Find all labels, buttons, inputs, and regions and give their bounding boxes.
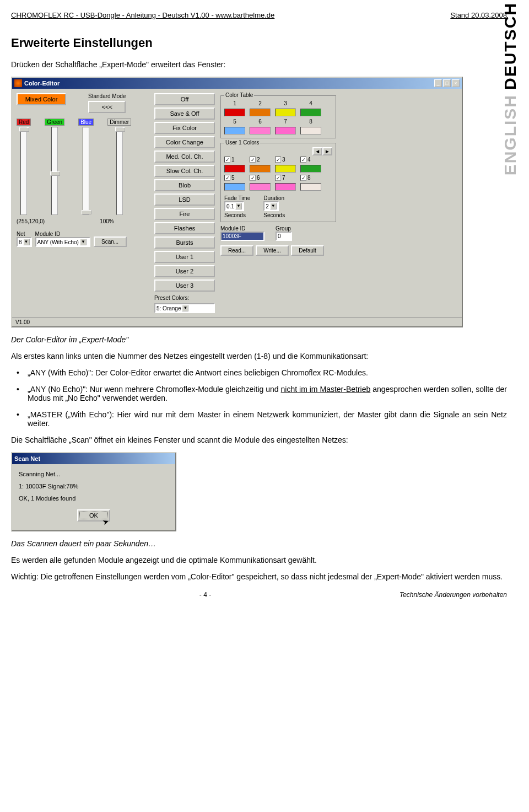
caption-2: Das Scannen dauert ein paar Sekunden… <box>11 539 507 548</box>
prog-lsd[interactable]: LSD <box>154 193 215 206</box>
ct-swatch-8[interactable] <box>300 127 321 135</box>
prog-off[interactable]: Off <box>154 93 215 105</box>
dimmer-value: 100% <box>100 218 114 224</box>
duration-select[interactable]: 2▼ <box>263 201 279 211</box>
dimmer-label: Dimmer <box>107 119 131 126</box>
color-table-group: Color Table 1234 5678 <box>220 95 336 138</box>
green-label: Green <box>45 119 64 126</box>
ct-swatch-6[interactable] <box>250 127 271 135</box>
u1-swatch-8[interactable] <box>300 183 321 191</box>
ct-swatch-3[interactable] <box>275 109 296 116</box>
prog-fire[interactable]: Fire <box>154 208 215 220</box>
u1-cb-3[interactable]: ✓ <box>275 157 281 163</box>
user1-colors-group: User 1 Colors ◄► ✓1 ✓2 ✓3 ✓4 ✓5 ✓6 ✓7 ✓8 <box>220 143 336 222</box>
preset-label: Preset Colors: <box>154 295 215 301</box>
prog-save-off[interactable]: Save & Off <box>154 107 215 120</box>
ct-swatch-1[interactable] <box>224 109 245 116</box>
prog-color-change[interactable]: Color Change <box>154 136 215 148</box>
minimize-button[interactable]: _ <box>434 79 442 87</box>
lang-english: ENGLISH <box>501 94 520 175</box>
net-select[interactable]: 8▼ <box>17 237 32 247</box>
section-heading: Erweiterte Einstellungen <box>11 36 507 50</box>
u1-swatch-5[interactable] <box>224 183 245 191</box>
u1-swatch-2[interactable] <box>250 165 271 173</box>
caption-1: Der Color-Editor im „Expert-Mode" <box>11 335 507 344</box>
ct-swatch-4[interactable] <box>300 109 321 116</box>
blue-slider[interactable] <box>83 127 89 215</box>
fade-select[interactable]: 0.1▼ <box>224 201 244 211</box>
para-1: Als erstes kann links unten die Nummer d… <box>11 352 507 361</box>
u1-cb-8[interactable]: ✓ <box>300 175 306 181</box>
language-sidebar: DEUTSCH ENGLISH <box>496 0 525 178</box>
prog-user3[interactable]: User 3 <box>154 279 215 292</box>
maximize-button[interactable]: □ <box>443 79 451 87</box>
u1-cb-6[interactable]: ✓ <box>250 175 256 181</box>
prog-blob[interactable]: Blob <box>154 179 215 191</box>
scan-button[interactable]: Scan... <box>94 236 127 247</box>
blue-label: Blue <box>78 119 94 126</box>
group-field[interactable]: 0 <box>276 232 292 241</box>
prog-flashes[interactable]: Flashes <box>154 222 215 234</box>
app-icon <box>14 79 22 87</box>
scan-line-3: OK, 1 Modules found <box>19 495 169 502</box>
bullet-1: „ANY (With Echo)": Der Color-Editor erwa… <box>11 368 507 377</box>
module-id-select[interactable]: ANY (With Echo)▼ <box>35 237 90 247</box>
scan-line-2: 1: 10003F Signal:78% <box>19 483 169 490</box>
u1-swatch-3[interactable] <box>275 165 296 173</box>
cursor-icon: ➤ <box>101 516 111 526</box>
u1-swatch-1[interactable] <box>224 165 245 173</box>
u1-swatch-4[interactable] <box>300 165 321 173</box>
standard-mode-button[interactable]: <<< <box>88 101 126 113</box>
prog-bursts[interactable]: Bursts <box>154 236 215 249</box>
status-bar: V1.00 <box>12 318 462 326</box>
scan-window: Scan Net Scanning Net... 1: 10003F Signa… <box>11 452 176 531</box>
page: CHROMOFLEX RC - USB-Dongle - Anleitung -… <box>0 0 529 610</box>
bullet-2: „ANY (No Echo)": Nur wenn mehrere Chromo… <box>11 385 507 402</box>
red-label: Red <box>17 119 31 126</box>
bullet-3: „MASTER („With Echo"): Hier wird nur mit… <box>11 410 507 428</box>
u1-swatch-6[interactable] <box>250 183 271 191</box>
dimmer-slider[interactable] <box>116 127 123 215</box>
lang-deutsch: DEUTSCH <box>501 2 520 90</box>
u1-cb-5[interactable]: ✓ <box>224 175 230 181</box>
header-left: CHROMOFLEX RC - USB-Dongle - Anleitung -… <box>11 11 274 19</box>
scan-titlebar[interactable]: Scan Net <box>12 453 175 464</box>
page-footer: - 4 - Technische Änderungen vorbehalten <box>11 591 507 599</box>
user-prev[interactable]: ◄ <box>312 147 322 155</box>
read-button[interactable]: Read... <box>220 245 253 256</box>
ct-swatch-2[interactable] <box>250 109 271 116</box>
u1-cb-4[interactable]: ✓ <box>300 157 306 163</box>
green-slider[interactable] <box>51 127 58 215</box>
para-3: Es werden alle gefunden Module angezeigt… <box>11 556 507 564</box>
prog-user1[interactable]: User 1 <box>154 251 215 263</box>
module-id-field[interactable]: 10003F <box>220 232 264 241</box>
ct-swatch-7[interactable] <box>275 127 296 135</box>
write-button[interactable]: Write... <box>256 245 289 256</box>
para-4: Wichtig: Die getroffenen Einstellungen w… <box>11 572 507 581</box>
u1-cb-7[interactable]: ✓ <box>275 175 281 181</box>
window-title: Color-Editor <box>24 80 434 87</box>
scan-line-1: Scanning Net... <box>19 471 169 477</box>
u1-cb-2[interactable]: ✓ <box>250 157 256 163</box>
intro-text: Drücken der Schaltfläche „Expert-Mode" e… <box>11 60 507 69</box>
red-slider[interactable] <box>20 127 27 215</box>
prog-user2[interactable]: User 2 <box>154 265 215 277</box>
net-label: Net <box>17 231 32 237</box>
u1-swatch-7[interactable] <box>275 183 296 191</box>
titlebar[interactable]: Color-Editor _ □ × <box>12 78 462 89</box>
u1-cb-1[interactable]: ✓ <box>224 157 230 163</box>
default-button[interactable]: Default <box>291 245 324 256</box>
preset-select[interactable]: 5: Orange▼ <box>154 303 215 313</box>
close-button[interactable]: × <box>452 79 460 87</box>
prog-slow-col[interactable]: Slow Col. Ch. <box>154 165 215 177</box>
user-next[interactable]: ► <box>322 147 332 155</box>
ct-swatch-5[interactable] <box>224 127 245 135</box>
color-editor-window: Color-Editor _ □ × Mixed Color Standard … <box>11 77 463 327</box>
mixed-color-button[interactable]: Mixed Color <box>17 93 66 105</box>
scan-ok-button[interactable]: OK➤ <box>77 509 110 521</box>
module-id-label: Module ID <box>35 231 90 237</box>
para-2: Die Schaltfläche „Scan" öffnet ein klein… <box>11 435 507 444</box>
standard-mode-label: Standard Mode <box>88 93 126 99</box>
prog-med-col[interactable]: Med. Col. Ch. <box>154 150 215 163</box>
prog-fix-color[interactable]: Fix Color <box>154 122 215 134</box>
